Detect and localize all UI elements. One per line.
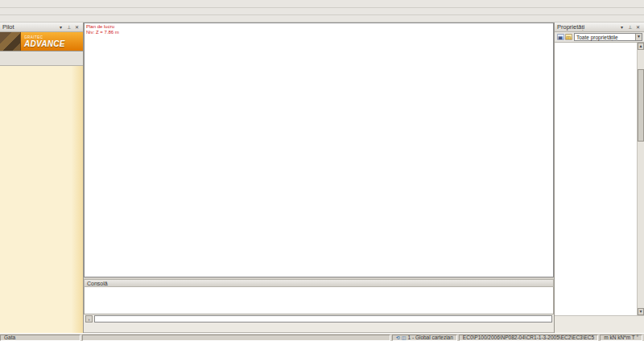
application-window: Pilot ▾ ⊥ ✕ GRAITEC ADVANCE Plan de lucr…: [0, 0, 644, 341]
model-tree: [0, 66, 83, 333]
banner-photo: [0, 32, 21, 51]
toolbar-modeling: [0, 15, 644, 23]
viewport-annotation-line1: Plan de lucru: [86, 24, 119, 30]
properties-panel: Proprietăți ▾ ⊥ ✕ ▦ ◫ Toate proprietățil…: [554, 23, 644, 333]
menu-bar: [0, 0, 644, 8]
viewport-annotation: Plan de lucru Niv: Z = 7.86 m: [86, 24, 119, 35]
scroll-down-icon[interactable]: ▼: [638, 308, 644, 315]
console-run-button[interactable]: ›: [85, 315, 93, 323]
console-panel: Consolă ›: [84, 277, 554, 333]
view-cube-icon: ◫: [402, 335, 407, 340]
pilot-panel-title: Pilot: [2, 23, 14, 31]
pilot-menu-button[interactable]: ▾: [57, 23, 64, 31]
brand-graitec-label: GRAITEC: [24, 35, 83, 39]
pilot-tabs: [0, 51, 83, 66]
status-units: m kN kN*m T °: [600, 335, 642, 341]
viewport-3d[interactable]: Plan de lucru Niv: Z = 7.86 m: [84, 23, 554, 277]
toolbar-standard: [0, 8, 644, 15]
pilot-panel: Pilot ▾ ⊥ ✕ GRAITEC ADVANCE: [0, 23, 84, 333]
properties-scrollbar[interactable]: ▲ ▼: [638, 43, 644, 315]
properties-filter-value: Toate proprietățile: [576, 35, 618, 40]
console-title: Consolă: [87, 281, 108, 286]
status-coord-system: ⟲ ◫ 1 - Global cartezian: [392, 335, 457, 341]
brand-advance-label: ADVANCE: [24, 39, 83, 48]
scroll-up-icon[interactable]: ▲: [638, 43, 644, 50]
pilot-pin-button[interactable]: ⊥: [65, 23, 72, 31]
status-design-codes: EC0\P100/2006\NP082-04\CR1-1-3-2005\EC2\…: [459, 335, 598, 341]
properties-close-button[interactable]: ✕: [634, 23, 642, 31]
ucs-icon: ⟲: [396, 335, 400, 340]
chevron-down-icon: ▼: [635, 34, 642, 40]
command-input[interactable]: [94, 315, 552, 323]
viewport-canvas[interactable]: [85, 23, 554, 277]
properties-filler: [555, 315, 644, 333]
properties-save-button[interactable]: ▦: [557, 34, 564, 40]
properties-menu-button[interactable]: ▾: [618, 23, 625, 31]
properties-copy-button[interactable]: ◫: [565, 34, 572, 40]
pilot-close-button[interactable]: ✕: [73, 23, 80, 31]
console-tabs: [84, 323, 554, 333]
properties-panel-header: Proprietăți ▾ ⊥ ✕: [555, 23, 644, 32]
viewport-annotation-line2: Niv: Z = 7.86 m: [86, 30, 119, 35]
status-spacer: [82, 335, 390, 341]
graitec-advance-banner: GRAITEC ADVANCE: [0, 32, 83, 51]
properties-pin-button[interactable]: ⊥: [626, 23, 634, 31]
scrollbar-thumb[interactable]: [638, 69, 644, 142]
pilot-panel-header: Pilot ▾ ⊥ ✕: [0, 23, 83, 32]
properties-filter-combo[interactable]: Toate proprietățile ▼: [574, 33, 642, 41]
status-ready: Gata: [0, 335, 80, 341]
properties-panel-title: Proprietăți: [557, 23, 584, 31]
status-bar: Gata ⟲ ◫ 1 - Global cartezian EC0\P100/2…: [0, 333, 644, 341]
console-output: [84, 287, 554, 314]
property-grid: [555, 43, 638, 315]
